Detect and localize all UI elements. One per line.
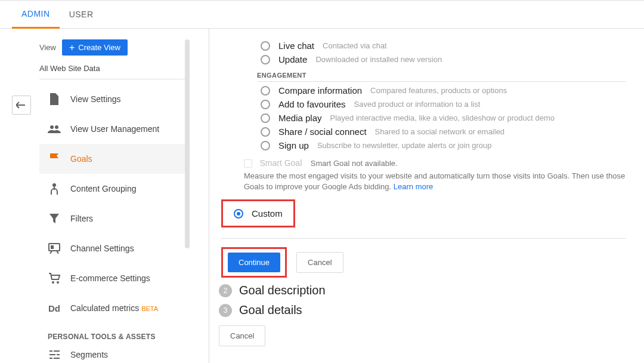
radio-icon[interactable] — [261, 55, 270, 64]
radio-icon[interactable] — [261, 113, 270, 123]
smart-goal-title: Smart Goal — [259, 158, 302, 168]
option-label: Add to favourites — [278, 99, 346, 109]
highlight-continue-button: Continue — [221, 247, 287, 278]
grouping-icon — [48, 182, 61, 195]
divider — [221, 238, 626, 239]
svg-point-2 — [52, 183, 56, 187]
sidebar-item-label: View Settings — [70, 94, 121, 104]
option-label: Media play — [278, 113, 322, 123]
tab-admin[interactable]: ADMIN — [12, 1, 60, 29]
option-label: Share / social connect — [278, 127, 367, 137]
sidebar-item-label: Content Grouping — [70, 184, 137, 193]
sidebar-item-view-settings[interactable]: View Settings — [39, 84, 186, 114]
step-goal-description[interactable]: 2 Goal description — [219, 284, 626, 297]
sidebar-item-label: E-commerce Settings — [70, 273, 150, 283]
option-label: Compare information — [278, 85, 362, 96]
option-desc: Subscribe to newsletter, update alerts o… — [317, 141, 492, 150]
back-arrow-icon — [16, 101, 27, 109]
svg-point-0 — [50, 125, 54, 129]
step-goal-details[interactable]: 3 Goal details — [219, 303, 626, 317]
funnel-icon — [48, 212, 61, 225]
create-view-button[interactable]: + Create View — [62, 39, 128, 56]
option-desc: Compared features, products or options — [370, 86, 507, 95]
template-sign-up[interactable]: Sign up Subscribe to newsletter, update … — [261, 140, 626, 150]
sidebar-item-user-management[interactable]: View User Management — [39, 114, 186, 144]
tab-user[interactable]: USER — [60, 1, 103, 27]
sidebar-item-label: View User Management — [70, 124, 159, 134]
option-desc: Downloaded or installed new version — [315, 55, 442, 64]
radio-icon[interactable] — [261, 41, 270, 51]
segments-icon — [48, 348, 61, 361]
template-media-play[interactable]: Media play Played interactive media, lik… — [261, 113, 626, 123]
sidebar-item-channel-settings[interactable]: Channel Settings — [39, 233, 186, 263]
section-personal-tools: PERSONAL TOOLS & ASSETS — [39, 323, 186, 344]
category-engagement: ENGAGEMENT — [257, 72, 626, 82]
channel-icon — [48, 242, 61, 255]
learn-more-link[interactable]: Learn more — [394, 182, 433, 191]
option-label: Live chat — [278, 41, 314, 51]
radio-icon[interactable] — [261, 86, 270, 96]
template-live-chat[interactable]: Live chat Contacted via chat — [261, 41, 626, 51]
svg-rect-4 — [51, 245, 54, 249]
document-icon — [48, 93, 61, 106]
radio-icon[interactable] — [261, 100, 270, 109]
custom-label: Custom — [252, 208, 283, 219]
cart-icon — [48, 272, 61, 285]
svg-rect-3 — [49, 244, 60, 251]
sidebar-item-label: Channel Settings — [70, 244, 134, 253]
template-add-to-favourites[interactable]: Add to favourites Saved product or infor… — [261, 99, 626, 109]
sidebar-item-label: Goals — [70, 154, 92, 164]
sidebar-item-label: Segments — [70, 350, 108, 359]
step-title: Goal details — [239, 303, 302, 317]
sidebar-item-label: Calculated metricsBETA — [70, 303, 158, 313]
flag-icon — [48, 152, 61, 165]
sidebar-item-label: Filters — [70, 214, 93, 223]
step-number: 2 — [219, 284, 232, 297]
smart-goal-na: Smart Goal not available. — [311, 159, 398, 168]
smart-goal-checkbox — [244, 159, 252, 168]
svg-point-1 — [55, 125, 58, 129]
sidebar-item-segments[interactable]: Segments — [39, 344, 186, 363]
create-view-label: Create View — [78, 43, 120, 52]
main-panel: Live chat Contacted via chat Update Down… — [209, 29, 644, 363]
view-name[interactable]: All Web Site Data — [39, 60, 186, 79]
step-title: Goal description — [239, 284, 326, 297]
template-compare-information[interactable]: Compare information Compared features, p… — [261, 85, 626, 96]
plus-icon: + — [69, 44, 75, 52]
template-update[interactable]: Update Downloaded or installed new versi… — [261, 54, 626, 64]
smart-goal-desc: Measure the most engaged visits to your … — [244, 171, 626, 192]
radio-custom[interactable] — [234, 209, 243, 219]
option-desc: Shared to a social network or emailed — [375, 127, 505, 136]
svg-point-5 — [52, 281, 54, 284]
option-desc: Played interactive media, like a video, … — [330, 113, 555, 122]
option-desc: Saved product or information to a list — [354, 100, 481, 109]
svg-point-6 — [57, 281, 59, 284]
radio-icon[interactable] — [261, 141, 270, 150]
cancel-button[interactable]: Cancel — [296, 252, 343, 273]
highlight-custom-option: Custom — [221, 199, 295, 227]
template-share-social[interactable]: Share / social connect Shared to a socia… — [261, 127, 626, 137]
sidebar-scrollbar[interactable] — [185, 39, 190, 248]
sidebar-item-ecommerce-settings[interactable]: E-commerce Settings — [39, 263, 186, 293]
option-desc: Contacted via chat — [323, 41, 387, 50]
sidebar-item-goals[interactable]: Goals — [39, 144, 186, 174]
sidebar-item-filters[interactable]: Filters — [39, 204, 186, 233]
smart-goal-row: Smart Goal Smart Goal not available. — [244, 158, 626, 168]
step-number: 3 — [219, 304, 232, 317]
radio-icon[interactable] — [261, 127, 270, 137]
top-tabs: ADMIN USER — [0, 0, 644, 29]
continue-button[interactable]: Continue — [228, 253, 280, 272]
back-button[interactable] — [12, 96, 31, 115]
cancel-goal-button[interactable]: Cancel — [219, 325, 265, 346]
option-label: Update — [278, 54, 307, 64]
dd-icon: Dd — [48, 302, 61, 315]
option-label: Sign up — [278, 140, 309, 150]
people-icon — [48, 122, 61, 136]
sidebar-item-content-grouping[interactable]: Content Grouping — [39, 174, 186, 204]
view-label: View — [39, 43, 56, 52]
sidebar: View + Create View All Web Site Data Vie… — [39, 39, 186, 363]
sidebar-item-calculated-metrics[interactable]: Dd Calculated metricsBETA — [39, 293, 186, 323]
